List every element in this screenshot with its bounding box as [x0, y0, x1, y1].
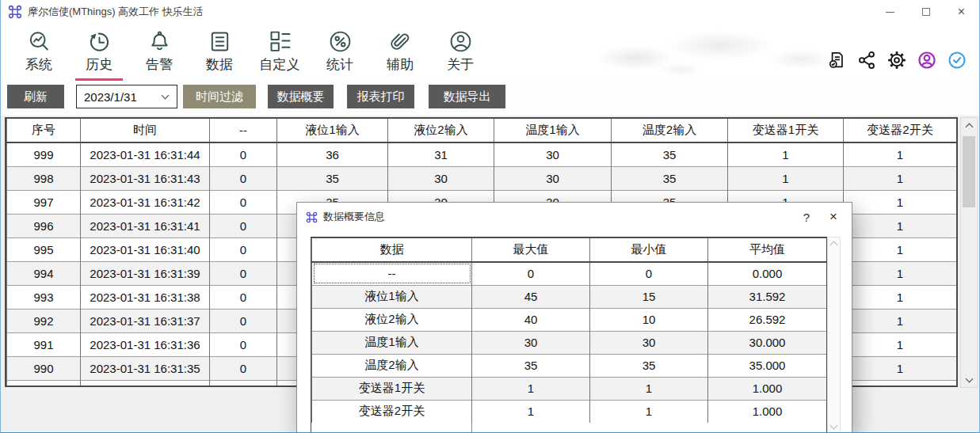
nav-item-data[interactable]: 数据 — [189, 24, 250, 81]
cell[interactable]: 液位2输入 — [312, 308, 472, 331]
cell[interactable]: 36 — [277, 142, 388, 166]
cell[interactable]: 993 — [7, 285, 81, 309]
cell[interactable]: 30.000 — [708, 331, 827, 354]
table-row[interactable]: 变送器2开关111.000 — [312, 400, 827, 423]
cell[interactable]: 1 — [844, 309, 957, 332]
cell[interactable]: 2023-01-31 16:31:35 — [81, 356, 210, 380]
cell[interactable]: 2023-01-31 16:31:39 — [81, 261, 210, 285]
cell[interactable]: 1 — [844, 237, 957, 261]
table-row[interactable]: 9982023-01-31 16:31:4303530303511 — [7, 166, 957, 190]
nav-item-custom[interactable]: 自定义 — [250, 24, 310, 81]
cell[interactable]: 0 — [210, 190, 277, 214]
cell[interactable]: 1.000 — [708, 377, 827, 400]
cell[interactable]: 991 — [7, 332, 81, 356]
cell[interactable]: 1 — [844, 166, 957, 190]
data-export-button[interactable]: 数据导出 — [429, 85, 505, 108]
cell[interactable]: 0 — [210, 285, 277, 309]
gear-icon[interactable] — [887, 50, 907, 70]
report-check-icon[interactable] — [826, 50, 847, 70]
refresh-button[interactable]: 刷新 — [7, 85, 64, 108]
cell[interactable]: 1 — [844, 380, 957, 387]
scrollbar-thumb[interactable] — [963, 136, 975, 207]
cell[interactable]: 35 — [612, 166, 728, 190]
scroll-down-arrow[interactable] — [828, 420, 840, 433]
data-summary-button[interactable]: 数据概要 — [268, 85, 334, 108]
cell[interactable]: 2023-01-31 16:31:44 — [81, 142, 210, 166]
cell[interactable]: 31.592 — [708, 285, 827, 308]
cell[interactable]: 2023-01-31 16:31:42 — [81, 190, 210, 214]
nav-item-statistics[interactable]: 统计 — [310, 24, 370, 81]
cell[interactable]: 998 — [7, 166, 81, 190]
cell[interactable]: 10 — [590, 308, 708, 331]
minimize-button[interactable] — [872, 0, 908, 24]
cell[interactable]: 0 — [210, 166, 277, 190]
cell[interactable]: 1 — [728, 166, 844, 190]
cell[interactable]: 30 — [388, 166, 494, 190]
cell[interactable]: 2023-01-31 16:31:38 — [81, 285, 210, 309]
cell[interactable]: 1 — [844, 142, 957, 166]
cell[interactable]: 温度1输入 — [312, 331, 472, 354]
cell[interactable]: 2023-01-31 16:31:43 — [81, 166, 210, 190]
cell[interactable]: 1 — [844, 214, 957, 237]
cell[interactable]: 30 — [494, 142, 612, 166]
scroll-up-arrow[interactable] — [961, 118, 977, 133]
nav-item-history[interactable]: 历史 — [69, 24, 129, 81]
cell[interactable]: 2023-01-31 16:31:41 — [81, 214, 210, 237]
cell[interactable]: 变送器2开关 — [312, 400, 472, 423]
cell[interactable]: 液位1输入 — [312, 285, 472, 308]
cell[interactable]: 26.592 — [708, 308, 827, 331]
cell[interactable]: 35 — [277, 166, 388, 190]
dialog-close-button[interactable]: × — [820, 205, 847, 229]
cell[interactable]: 1 — [472, 377, 590, 400]
verified-badge-icon[interactable] — [947, 50, 967, 70]
cell[interactable]: 0 — [210, 261, 277, 285]
table-row[interactable]: 液位1输入451531.592 — [312, 285, 827, 308]
time-filter-button[interactable]: 时间过滤 — [183, 85, 256, 108]
cell[interactable]: 989 — [7, 380, 81, 387]
cell[interactable]: 2023-01-31 16:31:36 — [81, 332, 210, 356]
nav-item-system[interactable]: 系统 — [9, 24, 69, 81]
cell[interactable]: 0 — [210, 332, 277, 356]
cell[interactable]: 996 — [7, 214, 81, 237]
cell[interactable]: 1 — [844, 285, 957, 309]
nav-item-auxiliary[interactable]: 辅助 — [370, 24, 430, 81]
cell[interactable]: 45 — [472, 285, 590, 308]
cell[interactable]: 1.000 — [708, 400, 827, 423]
nav-item-alarm[interactable]: 告警 — [129, 24, 189, 81]
table-row[interactable]: --000.000 — [312, 262, 827, 285]
cell[interactable]: 30 — [494, 166, 612, 190]
cell[interactable]: 999 — [7, 142, 81, 166]
nav-item-about[interactable]: 关于 — [430, 24, 490, 81]
cell[interactable]: 0 — [210, 214, 277, 237]
dialog-help-button[interactable]: ? — [793, 205, 820, 229]
cell[interactable]: 1 — [844, 190, 957, 214]
cell[interactable]: 1 — [472, 400, 590, 423]
cell[interactable]: 1 — [844, 356, 957, 380]
cell[interactable]: 995 — [7, 237, 81, 261]
share-icon[interactable] — [856, 50, 877, 70]
cell[interactable]: 30 — [472, 331, 590, 354]
cell[interactable]: 35 — [472, 354, 590, 377]
cell[interactable]: 1 — [844, 261, 957, 285]
date-picker[interactable]: 2023/1/31 — [76, 85, 177, 108]
cell[interactable]: 0 — [210, 380, 277, 387]
close-button[interactable]: × — [944, 0, 979, 24]
cell[interactable]: 0 — [210, 142, 277, 166]
cell[interactable]: 31 — [388, 142, 494, 166]
summary-table-scrollbar[interactable] — [827, 237, 841, 433]
cell[interactable]: 1 — [728, 142, 844, 166]
cell[interactable]: 变送器1开关 — [312, 377, 472, 400]
cell[interactable]: 1 — [590, 400, 708, 423]
user-avatar-icon[interactable] — [917, 50, 937, 70]
cell[interactable]: 0 — [210, 309, 277, 332]
cell[interactable]: 35 — [612, 142, 728, 166]
cell[interactable]: 0 — [210, 237, 277, 261]
cell[interactable]: 994 — [7, 261, 81, 285]
cell[interactable]: 992 — [7, 309, 81, 332]
cell[interactable]: 35 — [590, 354, 708, 377]
scroll-up-arrow[interactable] — [828, 237, 840, 250]
cell[interactable]: 0 — [472, 262, 590, 285]
report-print-button[interactable]: 报表打印 — [347, 85, 414, 108]
cell[interactable]: 990 — [7, 356, 81, 380]
cell[interactable]: 30 — [590, 331, 708, 354]
